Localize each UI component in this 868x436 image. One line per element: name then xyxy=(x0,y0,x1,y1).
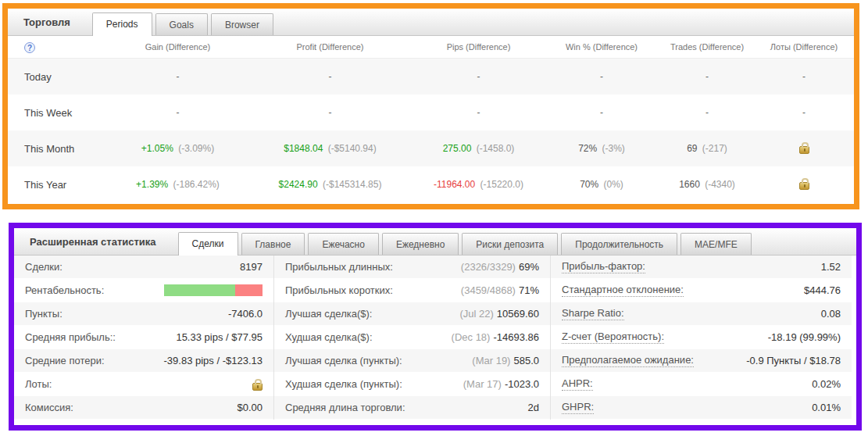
tab-periods[interactable]: Periods xyxy=(92,13,152,36)
stat-profitable-longs: Прибыльных длинных: (2326/3329)69% xyxy=(274,256,550,279)
column-header-gain: Gain (Difference) xyxy=(105,42,250,52)
stat-trades: Сделки: 8197 xyxy=(14,256,273,279)
table-row-this-year: This Year +1.39% (-186.42%) $2424.90 (-$… xyxy=(8,166,854,202)
stat-best-trade-pips: Лучшая сделка (пункты): (Mar 19)585.0 xyxy=(274,349,550,373)
trades-diff: (-217) xyxy=(702,143,727,154)
tab-hourly[interactable]: Ежечасно xyxy=(308,233,379,255)
stat-worst-trade-pips: Худшая сделка (пункты): (Mar 17)-1023.0 xyxy=(274,373,550,396)
trades-value: 1660 xyxy=(679,179,700,190)
gain-diff: (-186.42%) xyxy=(173,179,220,190)
win-value: 72% xyxy=(578,143,597,154)
tab-general[interactable]: Главное xyxy=(241,233,305,255)
stat-average-trade-length: Средняя длина торговли: 2d xyxy=(274,396,550,420)
stats-grid: Сделки: 8197 Рентабельность: Пункты: -74… xyxy=(14,256,856,420)
lock-icon xyxy=(799,182,809,190)
trades-value: 69 xyxy=(687,143,697,154)
stat-commission: Комиссия: $0.00 xyxy=(14,396,273,420)
periods-table-header: ? Gain (Difference) Profit (Difference) … xyxy=(8,36,854,59)
trades-value: - xyxy=(705,71,709,82)
stat-average-win: Средняя прибыль:: 15.33 pips / $77.95 xyxy=(14,326,273,349)
stat-profit-factor: Прибыль-фактор: 1.52 xyxy=(551,256,852,279)
gain-value: - xyxy=(177,107,180,118)
table-row-this-month: This Month +1.05% (-3.09%) $1848.04 (-$5… xyxy=(8,130,854,166)
profitability-bar xyxy=(164,284,263,296)
help-icon[interactable]: ? xyxy=(24,42,35,53)
win-value: - xyxy=(600,71,603,82)
win-value: 70% xyxy=(580,179,598,190)
profit-diff: (-$145314.85) xyxy=(323,179,381,190)
trading-panel-title: Торговля xyxy=(23,16,70,28)
stats-panel-header: Расширенная статистика Сделки Главное Еж… xyxy=(14,228,856,256)
column-header-pips: Pips (Difference) xyxy=(410,42,547,52)
row-label: This Year xyxy=(8,179,105,191)
column-header-win: Win % (Difference) xyxy=(547,42,656,52)
stat-ghpr: GHPR: 0.01% xyxy=(551,396,852,420)
row-label: This Week xyxy=(8,107,105,119)
pips-value: -11964.00 xyxy=(434,179,475,190)
lock-icon xyxy=(252,383,263,391)
trading-panel-header: Торговля Periods Goals Browser xyxy=(8,9,854,36)
row-label: Today xyxy=(8,71,105,83)
win-diff: (-3%) xyxy=(602,143,625,154)
stats-column-3: Прибыль-фактор: 1.52 Стандартное отклоне… xyxy=(551,256,852,420)
tab-daily[interactable]: Ежедневно xyxy=(382,233,459,255)
pips-value: 275.00 xyxy=(443,143,472,154)
stat-pips: Пункты: -7406.0 xyxy=(14,302,273,326)
column-header-trades: Trades (Difference) xyxy=(656,42,758,52)
stat-ahpr: AHPR: 0.02% xyxy=(551,373,852,396)
table-row-this-week: This Week - - - - - - xyxy=(8,95,854,130)
profit-value: $2424.90 xyxy=(279,179,318,190)
stat-standard-deviation: Стандартное отклонение: $444.76 xyxy=(551,279,852,302)
lots-value: - xyxy=(802,107,805,118)
stats-column-2: Прибыльных длинных: (2326/3329)69% Прибы… xyxy=(274,256,551,420)
pips-value: - xyxy=(477,107,480,118)
stat-expectancy: Предполагаемое ожидание: -0.9 Пункты / $… xyxy=(551,349,852,373)
stat-lots: Лоты: xyxy=(14,373,273,396)
column-header-lots: Лоты (Difference) xyxy=(758,42,850,52)
stat-sharpe-ratio: Sharpe Ratio: 0.08 xyxy=(551,302,852,326)
pips-diff: (-15220.0) xyxy=(480,179,523,190)
win-diff: (0%) xyxy=(604,179,623,190)
tab-mae-mfe[interactable]: MAE/MFE xyxy=(680,233,752,255)
profit-value: $1848.04 xyxy=(284,143,323,154)
profit-value: - xyxy=(329,107,332,118)
column-header-profit: Profit (Difference) xyxy=(250,42,410,52)
stats-column-1: Сделки: 8197 Рентабельность: Пункты: -74… xyxy=(14,256,274,420)
gain-value: - xyxy=(177,71,180,82)
gain-value: +1.39% xyxy=(136,179,168,190)
help-cell: ? xyxy=(8,41,105,53)
advanced-statistics-panel: Расширенная статистика Сделки Главное Еж… xyxy=(9,223,862,431)
tab-browser[interactable]: Browser xyxy=(211,13,273,35)
trading-panel: Торговля Periods Goals Browser ? Gain (D… xyxy=(2,3,859,209)
tab-deposit-risks[interactable]: Риски депозита xyxy=(462,233,558,255)
profitability-bar-loss xyxy=(235,284,263,296)
pips-diff: (-1458.0) xyxy=(477,143,515,154)
stat-profitable-shorts: Прибыльных коротких: (3459/4868)71% xyxy=(274,279,550,302)
row-label: This Month xyxy=(8,143,105,155)
lots-value: - xyxy=(802,71,805,82)
gain-diff: (-3.09%) xyxy=(178,143,214,154)
profit-value: - xyxy=(329,71,332,82)
stat-z-score: Z-счет (Вероятность): -18.19 (99.99%) xyxy=(551,326,852,349)
trades-value: - xyxy=(705,107,709,118)
stat-best-trade-usd: Лучшая сделка($): (Jul 22)10569.60 xyxy=(274,302,550,326)
tab-trades[interactable]: Сделки xyxy=(178,232,238,256)
stat-profitability: Рентабельность: xyxy=(14,279,273,302)
win-value: - xyxy=(600,107,603,118)
pips-value: - xyxy=(477,71,480,82)
trades-diff: (-4340) xyxy=(705,179,735,190)
tab-goals[interactable]: Goals xyxy=(155,13,208,35)
stat-average-loss: Средние потери: -39.83 pips / -$123.13 xyxy=(14,349,273,373)
profitability-bar-win xyxy=(164,284,235,296)
lock-icon xyxy=(799,146,809,154)
profit-diff: (-$5140.94) xyxy=(328,143,377,154)
table-row-today: Today - - - - - - xyxy=(8,59,854,95)
tab-duration[interactable]: Продолжительность xyxy=(561,233,677,255)
stats-panel-title: Расширенная статистика xyxy=(30,236,156,248)
gain-value: +1.05% xyxy=(141,143,173,154)
stat-worst-trade-usd: Худшая сделка($): (Dec 18)-14693.86 xyxy=(274,326,550,349)
